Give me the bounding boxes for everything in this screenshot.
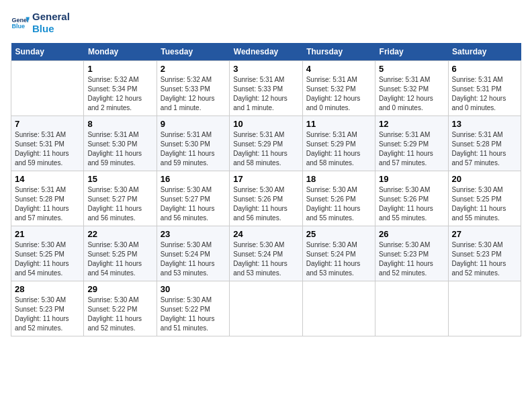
day-cell: 21Sunrise: 5:30 AM Sunset: 5:25 PM Dayli… bbox=[11, 226, 84, 281]
day-info: Sunrise: 5:30 AM Sunset: 5:24 PM Dayligh… bbox=[233, 240, 298, 278]
day-number: 17 bbox=[233, 174, 298, 184]
week-row-5: 28Sunrise: 5:30 AM Sunset: 5:23 PM Dayli… bbox=[11, 281, 521, 336]
day-cell: 11Sunrise: 5:31 AM Sunset: 5:29 PM Dayli… bbox=[302, 116, 375, 171]
day-cell: 30Sunrise: 5:30 AM Sunset: 5:22 PM Dayli… bbox=[157, 281, 229, 336]
day-cell: 29Sunrise: 5:30 AM Sunset: 5:22 PM Dayli… bbox=[84, 281, 157, 336]
header-day-saturday: Saturday bbox=[448, 43, 521, 61]
day-info: Sunrise: 5:31 AM Sunset: 5:31 PM Dayligh… bbox=[452, 75, 517, 113]
day-cell bbox=[375, 281, 448, 336]
day-cell: 26Sunrise: 5:30 AM Sunset: 5:23 PM Dayli… bbox=[375, 226, 448, 281]
day-info: Sunrise: 5:31 AM Sunset: 5:29 PM Dayligh… bbox=[306, 130, 371, 168]
day-number: 29 bbox=[87, 284, 152, 294]
day-number: 14 bbox=[15, 174, 80, 184]
day-info: Sunrise: 5:31 AM Sunset: 5:32 PM Dayligh… bbox=[306, 75, 371, 113]
day-info: Sunrise: 5:31 AM Sunset: 5:31 PM Dayligh… bbox=[15, 130, 80, 168]
day-cell: 8Sunrise: 5:31 AM Sunset: 5:30 PM Daylig… bbox=[84, 116, 157, 171]
day-number: 30 bbox=[161, 284, 226, 294]
day-number: 22 bbox=[87, 229, 152, 239]
day-cell: 28Sunrise: 5:30 AM Sunset: 5:23 PM Dayli… bbox=[11, 281, 84, 336]
day-number: 7 bbox=[15, 119, 80, 129]
day-cell: 15Sunrise: 5:30 AM Sunset: 5:27 PM Dayli… bbox=[84, 171, 157, 226]
day-number: 9 bbox=[161, 119, 226, 129]
day-number: 16 bbox=[161, 174, 226, 184]
svg-text:Blue: Blue bbox=[11, 23, 25, 30]
day-cell: 13Sunrise: 5:31 AM Sunset: 5:28 PM Dayli… bbox=[448, 116, 521, 171]
day-number: 13 bbox=[452, 119, 517, 129]
logo-text: General Blue bbox=[32, 11, 70, 35]
week-row-3: 14Sunrise: 5:31 AM Sunset: 5:28 PM Dayli… bbox=[11, 171, 521, 226]
day-number: 12 bbox=[379, 119, 444, 129]
day-info: Sunrise: 5:31 AM Sunset: 5:33 PM Dayligh… bbox=[233, 75, 298, 113]
day-number: 24 bbox=[233, 229, 298, 239]
day-info: Sunrise: 5:30 AM Sunset: 5:24 PM Dayligh… bbox=[161, 240, 226, 278]
page-header: General Blue General Blue bbox=[11, 11, 521, 35]
day-info: Sunrise: 5:30 AM Sunset: 5:26 PM Dayligh… bbox=[379, 185, 444, 223]
header-day-tuesday: Tuesday bbox=[157, 43, 229, 61]
day-number: 28 bbox=[15, 284, 80, 294]
day-cell bbox=[302, 281, 375, 336]
day-cell: 18Sunrise: 5:30 AM Sunset: 5:26 PM Dayli… bbox=[302, 171, 375, 226]
day-number: 18 bbox=[306, 174, 371, 184]
week-row-2: 7Sunrise: 5:31 AM Sunset: 5:31 PM Daylig… bbox=[11, 116, 521, 171]
day-cell: 19Sunrise: 5:30 AM Sunset: 5:26 PM Dayli… bbox=[375, 171, 448, 226]
day-number: 4 bbox=[306, 64, 371, 74]
day-number: 19 bbox=[379, 174, 444, 184]
day-info: Sunrise: 5:30 AM Sunset: 5:26 PM Dayligh… bbox=[306, 185, 371, 223]
day-cell: 27Sunrise: 5:30 AM Sunset: 5:23 PM Dayli… bbox=[448, 226, 521, 281]
header-day-wednesday: Wednesday bbox=[230, 43, 302, 61]
day-cell: 20Sunrise: 5:30 AM Sunset: 5:25 PM Dayli… bbox=[448, 171, 521, 226]
day-info: Sunrise: 5:31 AM Sunset: 5:28 PM Dayligh… bbox=[452, 130, 517, 168]
day-number: 1 bbox=[87, 64, 152, 74]
day-cell: 24Sunrise: 5:30 AM Sunset: 5:24 PM Dayli… bbox=[230, 226, 302, 281]
header-day-monday: Monday bbox=[84, 43, 157, 61]
day-cell: 1Sunrise: 5:32 AM Sunset: 5:34 PM Daylig… bbox=[84, 61, 157, 116]
day-info: Sunrise: 5:31 AM Sunset: 5:29 PM Dayligh… bbox=[233, 130, 298, 168]
day-number: 3 bbox=[233, 64, 298, 74]
day-cell: 4Sunrise: 5:31 AM Sunset: 5:32 PM Daylig… bbox=[302, 61, 375, 116]
day-info: Sunrise: 5:31 AM Sunset: 5:30 PM Dayligh… bbox=[87, 130, 152, 168]
day-number: 23 bbox=[161, 229, 226, 239]
day-cell bbox=[230, 281, 302, 336]
day-number: 25 bbox=[306, 229, 371, 239]
calendar-header: SundayMondayTuesdayWednesdayThursdayFrid… bbox=[11, 43, 521, 61]
day-cell: 2Sunrise: 5:32 AM Sunset: 5:33 PM Daylig… bbox=[157, 61, 229, 116]
day-info: Sunrise: 5:30 AM Sunset: 5:22 PM Dayligh… bbox=[161, 295, 226, 333]
day-number: 26 bbox=[379, 229, 444, 239]
day-info: Sunrise: 5:30 AM Sunset: 5:22 PM Dayligh… bbox=[87, 295, 152, 333]
calendar-table: SundayMondayTuesdayWednesdayThursdayFrid… bbox=[11, 43, 521, 336]
calendar-body: 1Sunrise: 5:32 AM Sunset: 5:34 PM Daylig… bbox=[11, 61, 521, 336]
day-info: Sunrise: 5:31 AM Sunset: 5:28 PM Dayligh… bbox=[15, 185, 80, 223]
day-cell: 22Sunrise: 5:30 AM Sunset: 5:25 PM Dayli… bbox=[84, 226, 157, 281]
logo: General Blue General Blue bbox=[11, 11, 70, 35]
day-cell: 10Sunrise: 5:31 AM Sunset: 5:29 PM Dayli… bbox=[230, 116, 302, 171]
day-info: Sunrise: 5:30 AM Sunset: 5:25 PM Dayligh… bbox=[87, 240, 152, 278]
day-number: 20 bbox=[452, 174, 517, 184]
day-cell: 14Sunrise: 5:31 AM Sunset: 5:28 PM Dayli… bbox=[11, 171, 84, 226]
day-info: Sunrise: 5:30 AM Sunset: 5:26 PM Dayligh… bbox=[233, 185, 298, 223]
day-number: 8 bbox=[87, 119, 152, 129]
logo-icon: General Blue bbox=[11, 13, 30, 32]
day-info: Sunrise: 5:30 AM Sunset: 5:25 PM Dayligh… bbox=[452, 185, 517, 223]
day-cell: 17Sunrise: 5:30 AM Sunset: 5:26 PM Dayli… bbox=[230, 171, 302, 226]
day-cell: 23Sunrise: 5:30 AM Sunset: 5:24 PM Dayli… bbox=[157, 226, 229, 281]
day-number: 21 bbox=[15, 229, 80, 239]
day-cell bbox=[11, 61, 84, 116]
week-row-1: 1Sunrise: 5:32 AM Sunset: 5:34 PM Daylig… bbox=[11, 61, 521, 116]
day-cell: 9Sunrise: 5:31 AM Sunset: 5:30 PM Daylig… bbox=[157, 116, 229, 171]
day-info: Sunrise: 5:30 AM Sunset: 5:27 PM Dayligh… bbox=[161, 185, 226, 223]
header-row: SundayMondayTuesdayWednesdayThursdayFrid… bbox=[11, 43, 521, 61]
day-info: Sunrise: 5:30 AM Sunset: 5:24 PM Dayligh… bbox=[306, 240, 371, 278]
week-row-4: 21Sunrise: 5:30 AM Sunset: 5:25 PM Dayli… bbox=[11, 226, 521, 281]
day-number: 10 bbox=[233, 119, 298, 129]
header-day-sunday: Sunday bbox=[11, 43, 84, 61]
day-number: 27 bbox=[452, 229, 517, 239]
day-number: 11 bbox=[306, 119, 371, 129]
day-cell: 5Sunrise: 5:31 AM Sunset: 5:32 PM Daylig… bbox=[375, 61, 448, 116]
day-info: Sunrise: 5:32 AM Sunset: 5:34 PM Dayligh… bbox=[87, 75, 152, 113]
day-info: Sunrise: 5:30 AM Sunset: 5:27 PM Dayligh… bbox=[87, 185, 152, 223]
day-info: Sunrise: 5:30 AM Sunset: 5:25 PM Dayligh… bbox=[15, 240, 80, 278]
day-info: Sunrise: 5:31 AM Sunset: 5:29 PM Dayligh… bbox=[379, 130, 444, 168]
header-day-thursday: Thursday bbox=[302, 43, 375, 61]
day-info: Sunrise: 5:30 AM Sunset: 5:23 PM Dayligh… bbox=[15, 295, 80, 333]
day-number: 2 bbox=[161, 64, 226, 74]
